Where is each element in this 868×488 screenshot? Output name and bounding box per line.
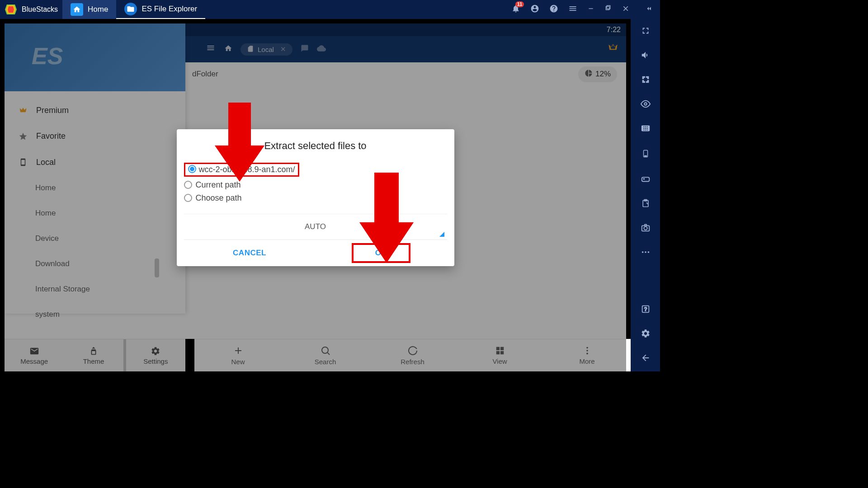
titlebar-controls: 11 — [511, 4, 660, 15]
clipboard-icon[interactable] — [641, 198, 650, 210]
minimize-icon[interactable] — [587, 5, 594, 14]
more-horizontal-icon[interactable] — [641, 247, 651, 259]
keyboard-icon[interactable] — [641, 123, 651, 135]
button-label: CANCEL — [233, 249, 266, 258]
radio-icon — [184, 194, 192, 202]
radio-label: Choose path — [196, 193, 242, 203]
modal-overlay: Extract selected files to wcc-2-obb_2.8.… — [5, 23, 626, 371]
location-icon[interactable] — [642, 148, 650, 161]
tab-es-label: ES File Explorer — [142, 5, 197, 14]
fullscreen-icon[interactable] — [641, 26, 651, 38]
notification-badge: 11 — [515, 1, 524, 7]
svg-point-17 — [644, 226, 647, 230]
svg-rect-1 — [607, 5, 610, 9]
volume-icon[interactable] — [641, 50, 651, 62]
help-box-icon[interactable]: ? — [641, 304, 651, 316]
titlebar: BlueStacks Home ES File Explorer 11 — [0, 0, 660, 19]
cancel-button[interactable]: CANCEL — [184, 240, 316, 266]
tab-home-label: Home — [88, 5, 108, 14]
account-icon[interactable] — [530, 4, 539, 15]
home-icon — [71, 3, 83, 16]
svg-rect-13 — [644, 156, 646, 157]
app-name: BlueStacks — [22, 5, 58, 14]
annotation-arrow-1 — [215, 103, 264, 182]
android-app-viewport: 7:22 Local ✕ dFolder 12% — [0, 19, 631, 371]
eye-icon[interactable] — [641, 99, 651, 111]
menu-icon[interactable] — [568, 4, 577, 15]
camera-icon[interactable] — [641, 223, 651, 235]
gamepad-icon[interactable] — [641, 174, 651, 186]
radio-icon — [188, 165, 196, 173]
lock-rotation-icon[interactable] — [641, 75, 651, 86]
collapse-sidebar-icon[interactable] — [645, 5, 653, 14]
dropdown-indicator-icon — [439, 232, 444, 237]
encoding-label: AUTO — [305, 222, 326, 231]
svg-text:?: ? — [644, 306, 646, 312]
back-arrow-icon[interactable] — [641, 353, 651, 365]
annotation-arrow-2 — [359, 173, 414, 263]
svg-point-20 — [647, 251, 649, 253]
tab-es-file-explorer[interactable]: ES File Explorer — [116, 0, 205, 19]
svg-rect-14 — [642, 177, 649, 181]
notifications-icon[interactable]: 11 — [511, 4, 520, 15]
es-app-icon — [124, 3, 137, 15]
svg-rect-0 — [606, 6, 609, 9]
maximize-icon[interactable] — [604, 5, 612, 14]
bluestacks-side-toolbar: ? — [631, 19, 660, 371]
help-icon[interactable] — [549, 4, 558, 15]
svg-point-11 — [644, 103, 647, 105]
bluestacks-logo-icon — [4, 2, 18, 17]
close-icon[interactable] — [622, 5, 630, 14]
svg-point-18 — [642, 251, 643, 253]
settings-gear-icon[interactable] — [641, 328, 651, 340]
radio-icon — [184, 181, 192, 189]
svg-point-19 — [645, 251, 646, 253]
tab-home[interactable]: Home — [62, 0, 116, 19]
